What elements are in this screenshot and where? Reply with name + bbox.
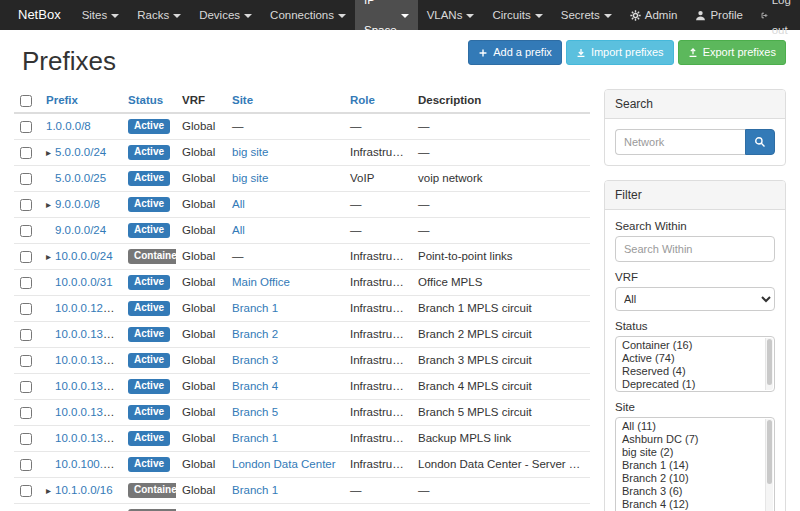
status-cell: Container	[122, 503, 176, 511]
prefix-link[interactable]: 10.0.0.134/31	[55, 380, 122, 392]
prefix-link[interactable]: 9.0.0.0/24	[55, 224, 106, 236]
prefix-link[interactable]: 10.1.0.0/16	[55, 484, 113, 496]
site-link[interactable]: Branch 5	[232, 406, 278, 418]
prefix-table: Prefix Status VRF Site Role Description …	[14, 89, 590, 511]
expand-toggle-icon[interactable]: ▸	[46, 485, 51, 496]
row-checkbox[interactable]	[20, 121, 32, 133]
import-prefixes-button[interactable]: Import prefixes	[566, 40, 674, 65]
site-link[interactable]: big site	[232, 146, 268, 158]
row-checkbox[interactable]	[20, 173, 32, 185]
site-link[interactable]: Main Office	[232, 276, 290, 288]
row-checkbox[interactable]	[20, 303, 32, 315]
filter-option[interactable]: Ashburn DC (7)	[616, 433, 765, 446]
admin-label: Admin	[645, 0, 678, 30]
plus-icon	[478, 48, 488, 58]
scrollbar-thumb[interactable]	[767, 339, 772, 385]
row-checkbox[interactable]	[20, 459, 32, 471]
column-header-prefix[interactable]: Prefix	[40, 89, 122, 113]
site-link[interactable]: All	[232, 198, 245, 210]
nav-item-devices[interactable]: Devices	[190, 0, 261, 30]
row-checkbox[interactable]	[20, 329, 32, 341]
column-header-site[interactable]: Site	[226, 89, 344, 113]
nav-item-label: Sites	[82, 0, 108, 30]
row-checkbox[interactable]	[20, 355, 32, 367]
search-input[interactable]	[615, 129, 745, 155]
nav-item-vlans[interactable]: VLANs	[418, 0, 484, 30]
export-prefixes-button[interactable]: Export prefixes	[678, 40, 786, 65]
search-within-input[interactable]	[615, 236, 775, 262]
status-multiselect[interactable]: Container (16)Active (74)Reserved (4)Dep…	[615, 336, 775, 392]
prefix-link[interactable]: 10.0.0.128/31	[55, 302, 122, 314]
column-header-status[interactable]: Status	[122, 89, 176, 113]
filter-option[interactable]: All (11)	[616, 420, 765, 433]
prefix-link[interactable]: 10.0.0.136/31	[55, 406, 122, 418]
column-header-role[interactable]: Role	[344, 89, 412, 113]
status-cell: Active	[122, 139, 176, 165]
site-link[interactable]: Branch 1	[232, 432, 278, 444]
add-prefix-button[interactable]: Add a prefix	[468, 40, 562, 65]
filter-option[interactable]: Branch 1 (14)	[616, 459, 765, 472]
nav-item-connections[interactable]: Connections	[261, 0, 355, 30]
nav-item-sites[interactable]: Sites	[73, 0, 129, 30]
nav-item-ip-space[interactable]: IP Space	[355, 0, 418, 30]
site-link[interactable]: Branch 3	[232, 354, 278, 366]
vrf-select[interactable]: All	[615, 287, 775, 311]
row-checkbox[interactable]	[20, 147, 32, 159]
prefix-cell: 5.0.0.0/25	[40, 165, 122, 191]
logout-link[interactable]: Log out	[752, 0, 800, 30]
prefix-link[interactable]: 10.0.0.0/31	[55, 276, 113, 288]
filter-option[interactable]: Branch 2 (10)	[616, 472, 765, 485]
select-all-checkbox[interactable]	[20, 95, 32, 107]
filter-option[interactable]: Branch 3 (6)	[616, 485, 765, 498]
expand-toggle-icon[interactable]: ▸	[46, 199, 51, 210]
row-checkbox[interactable]	[20, 433, 32, 445]
site-link[interactable]: Branch 4	[232, 380, 278, 392]
prefix-link[interactable]: 5.0.0.0/24	[55, 146, 106, 158]
site-link[interactable]: All	[232, 224, 245, 236]
scrollbar-thumb[interactable]	[767, 420, 772, 484]
expand-toggle-icon[interactable]: ▸	[46, 251, 51, 262]
filter-option[interactable]: big site (2)	[616, 446, 765, 459]
brand-link[interactable]: NetBox	[6, 0, 73, 30]
filter-option[interactable]: Reserved (4)	[616, 365, 765, 378]
site-multiselect[interactable]: All (11)Ashburn DC (7)big site (2)Branch…	[615, 417, 775, 511]
prefix-link[interactable]: 1.0.0.0/8	[46, 120, 91, 132]
row-checkbox[interactable]	[20, 381, 32, 393]
vrf-cell: Global	[176, 113, 226, 140]
row-checkbox[interactable]	[20, 407, 32, 419]
nav-item-circuits[interactable]: Circuits	[483, 0, 551, 30]
row-checkbox[interactable]	[20, 277, 32, 289]
status-cell: Active	[122, 191, 176, 217]
site-link[interactable]: Branch 1	[232, 302, 278, 314]
row-checkbox[interactable]	[20, 251, 32, 263]
site-link[interactable]: Branch 1	[232, 484, 278, 496]
prefix-link[interactable]: 10.0.0.132/31	[55, 354, 122, 366]
site-link[interactable]: big site	[232, 172, 268, 184]
filter-option[interactable]: Active (74)	[616, 352, 765, 365]
site-link[interactable]: London Data Center	[232, 458, 336, 470]
filter-option[interactable]: Container (16)	[616, 339, 765, 352]
nav-item-secrets[interactable]: Secrets	[552, 0, 621, 30]
prefix-link[interactable]: 5.0.0.0/25	[55, 172, 106, 184]
search-button[interactable]	[745, 129, 775, 155]
chevron-down-icon	[173, 14, 181, 18]
site-link[interactable]: Branch 2	[232, 328, 278, 340]
prefix-link[interactable]: 9.0.0.0/8	[55, 198, 100, 210]
row-checkbox[interactable]	[20, 485, 32, 497]
expand-toggle-icon[interactable]: ▸	[46, 147, 51, 158]
site-cell: Branch 1	[226, 503, 344, 511]
prefix-link[interactable]: 10.0.100.0/24	[55, 458, 122, 470]
filter-option[interactable]: Branch 4 (12)	[616, 498, 765, 511]
prefix-link[interactable]: 10.0.0.138/31	[55, 432, 122, 444]
row-checkbox[interactable]	[20, 225, 32, 237]
prefix-link[interactable]: 10.0.0.0/24	[55, 250, 113, 262]
profile-link[interactable]: Profile	[686, 0, 752, 30]
prefix-cell: 10.0.0.134/31	[40, 373, 122, 399]
vrf-cell: Global	[176, 191, 226, 217]
prefix-link[interactable]: 10.0.0.130/31	[55, 328, 122, 340]
filter-option[interactable]: Deprecated (1)	[616, 378, 765, 391]
admin-link[interactable]: Admin	[621, 0, 687, 30]
nav-item-racks[interactable]: Racks	[128, 0, 190, 30]
row-checkbox[interactable]	[20, 199, 32, 211]
scrollbar	[765, 338, 773, 390]
